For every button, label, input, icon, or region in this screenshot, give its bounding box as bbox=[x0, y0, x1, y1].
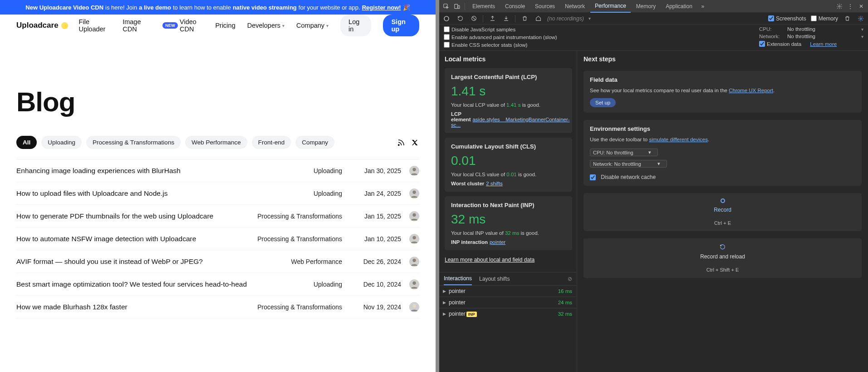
screenshots-checkbox[interactable]: Screenshots bbox=[768, 15, 806, 22]
post-row[interactable]: How to generate PDF thumbnails for the w… bbox=[16, 205, 419, 228]
tag-all[interactable]: All bbox=[16, 136, 37, 149]
env-network-select[interactable]: Network: No throttling▾ bbox=[590, 160, 667, 168]
lcp-value: 1.41 s bbox=[451, 84, 566, 99]
recordings-select[interactable]: (no recordings) bbox=[547, 15, 584, 22]
record-dot-icon[interactable] bbox=[442, 14, 451, 23]
simulate-devices-link[interactable]: simulate different devices bbox=[649, 137, 708, 142]
x-twitter-icon[interactable] bbox=[410, 138, 419, 147]
tab-elements[interactable]: Elements bbox=[468, 0, 500, 13]
cpu-throttling-select[interactable]: CPU:No throttling▾ bbox=[759, 26, 863, 32]
page-title: Blog bbox=[16, 86, 419, 118]
interaction-row[interactable]: ▶pointer24 ms bbox=[439, 297, 577, 308]
perf-toolbar: (no recordings) ▾ Screenshots Memory bbox=[439, 13, 868, 25]
tag-webperf[interactable]: Web Performance bbox=[185, 136, 247, 149]
post-title: How to upload files with Uploadcare and … bbox=[16, 189, 249, 198]
network-throttling-select[interactable]: Network:No throttling▾ bbox=[759, 34, 863, 39]
logo[interactable]: Uploadcare bbox=[16, 21, 68, 30]
tab-performance[interactable]: Performance bbox=[590, 0, 631, 13]
tab-memory[interactable]: Memory bbox=[632, 0, 660, 13]
logo-text: Uploadcare bbox=[16, 21, 59, 30]
nav-video-cdn[interactable]: NEW Video CDN bbox=[162, 18, 203, 33]
enable-paint-checkbox[interactable]: Enable advanced paint instrumentation (s… bbox=[444, 34, 557, 40]
nav-image-cdn[interactable]: Image CDN bbox=[123, 18, 151, 33]
record-card[interactable]: Record Ctrl + E bbox=[584, 193, 862, 231]
disable-js-samples-checkbox[interactable]: Disable JavaScript samples bbox=[444, 26, 557, 32]
post-row[interactable]: Best smart image optimization tool? We t… bbox=[16, 273, 419, 296]
nav-pricing[interactable]: Pricing bbox=[215, 22, 235, 29]
tab-network[interactable]: Network bbox=[560, 0, 589, 13]
close-icon[interactable]: ✕ bbox=[856, 1, 866, 11]
gc-icon[interactable] bbox=[843, 14, 852, 23]
post-category: Uploading bbox=[249, 281, 342, 288]
inspect-icon[interactable] bbox=[441, 1, 451, 11]
disable-cache-checkbox[interactable]: Disable network cache bbox=[590, 174, 855, 180]
more-tabs-icon[interactable]: » bbox=[698, 1, 708, 11]
tab-application[interactable]: Application bbox=[661, 0, 697, 13]
tab-sources[interactable]: Sources bbox=[530, 0, 559, 13]
reload-icon bbox=[720, 244, 726, 250]
cls-worst-cluster[interactable]: Worst cluster2 shifts bbox=[451, 181, 566, 186]
record-reload-card[interactable]: Record and reload Ctrl + Shift + E bbox=[584, 238, 862, 278]
post-row[interactable]: How to automate NSFW image detection wit… bbox=[16, 228, 419, 250]
home-icon[interactable] bbox=[534, 14, 543, 23]
tab-interactions[interactable]: Interactions bbox=[444, 273, 472, 285]
category-tags: All Uploading Processing & Transformatio… bbox=[16, 136, 419, 149]
next-steps-column: Next steps Field data See how your local… bbox=[577, 51, 868, 372]
promo-banner[interactable]: New Uploadcare Video CDN is here! Join a… bbox=[0, 0, 436, 15]
cls-name: Cumulative Layout Shift (CLS) bbox=[451, 143, 566, 150]
cls-desc: Your local CLS value of 0.01 is good. bbox=[451, 172, 566, 177]
field-data-title: Field data bbox=[590, 76, 855, 83]
login-button[interactable]: Log in bbox=[340, 15, 371, 36]
kebab-menu-icon[interactable]: ⋮ bbox=[845, 1, 855, 11]
post-category: Processing & Transformations bbox=[249, 235, 342, 243]
tag-uploading[interactable]: Uploading bbox=[41, 136, 82, 149]
memory-checkbox[interactable]: Memory bbox=[811, 15, 838, 22]
learn-local-link[interactable]: Learn more about local and field data bbox=[445, 257, 572, 263]
lcp-element[interactable]: LCP elementaside.styles__MarketingBanner… bbox=[451, 111, 566, 128]
interaction-row[interactable]: ▶pointer16 ms bbox=[439, 285, 577, 297]
nav-file-uploader[interactable]: File Uploader bbox=[79, 18, 111, 33]
trash-icon[interactable] bbox=[520, 14, 529, 23]
post-row[interactable]: AVIF format — should you use it instead … bbox=[16, 250, 419, 273]
reload-icon[interactable] bbox=[456, 14, 465, 23]
svg-point-7 bbox=[412, 304, 416, 307]
post-row[interactable]: How to upload files with Uploadcare and … bbox=[16, 182, 419, 205]
banner-text-6: for your website or app. bbox=[299, 4, 360, 11]
post-date: Jan 30, 2025 bbox=[351, 167, 401, 174]
banner-text-2: is here! Join bbox=[105, 4, 137, 11]
rss-icon[interactable] bbox=[397, 138, 406, 147]
signup-button[interactable]: Sign up bbox=[383, 15, 419, 36]
next-steps-title: Next steps bbox=[584, 55, 862, 63]
device-toolbar-icon[interactable] bbox=[452, 1, 462, 11]
interaction-row[interactable]: ▶pointerINP32 ms bbox=[439, 308, 577, 319]
svg-point-6 bbox=[412, 281, 416, 284]
env-cpu-select[interactable]: CPU: No throttling▾ bbox=[590, 149, 658, 156]
tab-console[interactable]: Console bbox=[500, 0, 530, 13]
learn-more-link[interactable]: Learn more bbox=[810, 41, 837, 47]
inp-name: Interaction to Next Paint (INP) bbox=[451, 202, 566, 208]
inp-interaction[interactable]: INP interactionpointer bbox=[451, 239, 566, 245]
banner-register-link[interactable]: Register now! bbox=[362, 4, 401, 11]
devtools-tabs: Elements Console Sources Network Perform… bbox=[439, 0, 868, 13]
post-row[interactable]: Enhancing image loading experiences with… bbox=[16, 159, 419, 182]
tag-frontend[interactable]: Front-end bbox=[252, 136, 291, 149]
tag-processing[interactable]: Processing & Transformations bbox=[86, 136, 181, 149]
nav-company[interactable]: Company ▾ bbox=[296, 22, 329, 29]
setup-button[interactable]: Set up bbox=[590, 98, 616, 107]
crux-link[interactable]: Chrome UX Report bbox=[729, 88, 773, 93]
download-icon[interactable] bbox=[501, 14, 510, 23]
post-row[interactable]: How we made Blurhash 128x faster Process… bbox=[16, 296, 419, 318]
tab-layout-shifts[interactable]: Layout shifts bbox=[479, 276, 510, 282]
expand-icon: ▶ bbox=[443, 289, 446, 293]
tag-company[interactable]: Company bbox=[295, 136, 334, 149]
post-category: Uploading bbox=[249, 190, 342, 197]
chevron-down-icon: ▾ bbox=[282, 23, 284, 28]
devtools-pane: Elements Console Sources Network Perform… bbox=[439, 0, 868, 372]
nav-developers[interactable]: Developers ▾ bbox=[247, 22, 284, 29]
clear-icon[interactable] bbox=[469, 14, 478, 23]
enable-css-stats-checkbox[interactable]: Enable CSS selector stats (slow) bbox=[444, 42, 557, 48]
extension-data-checkbox[interactable]: Extension data bbox=[759, 41, 801, 47]
toolbar-gear-icon[interactable] bbox=[856, 14, 865, 23]
settings-gear-icon[interactable] bbox=[834, 1, 844, 11]
upload-icon[interactable] bbox=[488, 14, 497, 23]
